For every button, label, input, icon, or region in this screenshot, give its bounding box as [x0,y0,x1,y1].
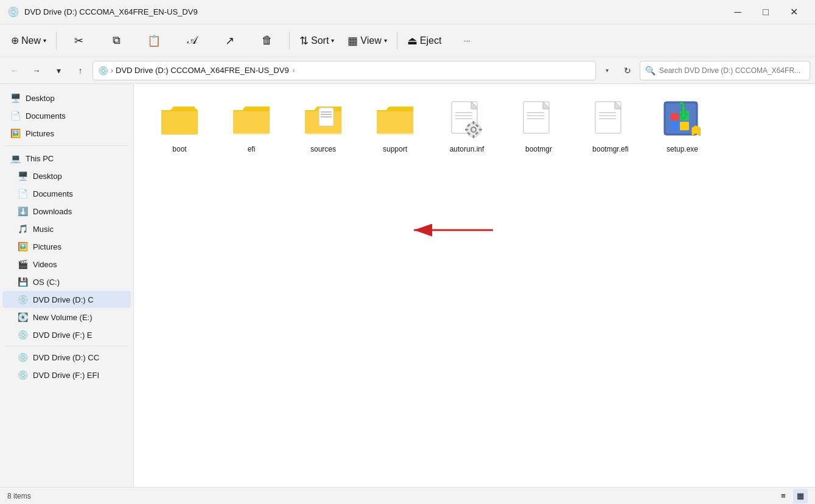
maximize-button[interactable]: □ [752,0,780,24]
sources-label: sources [310,145,336,155]
sidebar-item-this-pc[interactable]: 💻 This PC [2,150,131,167]
file-item-setup[interactable]: setup.exe [649,94,716,159]
search-input[interactable] [659,66,805,75]
eject-icon: ⏏ [407,34,418,47]
file-item-support[interactable]: support [362,94,428,159]
sidebar-item-pictures-pc[interactable]: 🖼️ Pictures [2,238,131,255]
bootmgrefi-icon-wrapper [586,99,635,141]
sidebar-item-videos-pc[interactable]: 🎬 Videos [2,256,131,273]
back-button[interactable]: ← [5,61,24,80]
paste-icon: 📋 [147,34,161,47]
address-bar: ← → ▾ ↑ 💿 › DVD Drive (D:) CCCOMA_X64FRE… [0,57,815,84]
sidebar-item-label: Music [33,225,54,234]
address-dropdown-button[interactable]: ▾ [598,61,615,80]
setup-label: setup.exe [666,145,698,155]
sidebar-item-downloads-pc[interactable]: ⬇️ Downloads [2,203,131,220]
bootmgr-file-icon [522,100,556,140]
support-icon-wrapper [371,99,419,141]
sidebar-item-label: New Volume (E:) [33,313,93,322]
search-box[interactable]: 🔍 [640,61,810,80]
eject-button[interactable]: ⏏ Eject [401,27,448,55]
copy-button[interactable]: ⧉ [98,27,135,55]
sidebar-item-dvddrive-d-bottom[interactable]: 💿 DVD Drive (D:) CC [2,349,131,366]
new-label: New [21,35,41,46]
sidebar-item-newvolume[interactable]: 💽 New Volume (E:) [2,309,131,326]
refresh-button[interactable]: ↻ [618,61,637,80]
dvddrive-f-icon: 💿 [17,330,28,340]
sidebar-item-dvddrive-d[interactable]: 💿 DVD Drive (D:) C [2,291,131,308]
file-item-efi[interactable]: efi [218,94,285,159]
svg-rect-11 [472,121,474,124]
cut-button[interactable]: ✂ [60,27,97,55]
list-view-icon: ≡ [781,491,786,500]
documents-pc-icon: 📄 [17,189,28,198]
videos-pc-icon: 🎬 [17,259,28,269]
grid-view-button[interactable]: ▦ [793,489,808,503]
new-chevron-icon: ▾ [43,37,46,44]
list-view-button[interactable]: ≡ [776,489,791,503]
title-bar-left: 💿 DVD Drive (D:) CCCOMA_X64FRE_EN-US_DV9 [7,6,198,18]
up-button[interactable]: ↑ [71,61,90,80]
bootmgr-label: bootmgr [525,145,552,155]
share-button[interactable]: ↗ [211,27,248,55]
sources-folder-icon [302,102,345,138]
sidebar-item-pictures-quick[interactable]: 🖼️ Pictures [2,125,131,142]
pictures-pc-icon: 🖼️ [17,242,28,251]
file-item-bootmgr[interactable]: bootmgr [505,94,572,159]
window-title: DVD Drive (D:) CCCOMA_X64FRE_EN-US_DV9 [24,7,198,16]
path-icon: 💿 [98,66,108,75]
toolbar: ⊕ New ▾ ✂ ⧉ 📋 𝒜 ↗ 🗑 ⇅ Sort ▾ ▦ View ▾ [0,24,815,57]
delete-button[interactable]: 🗑 [249,27,285,55]
file-grid: boot efi [146,94,803,159]
sidebar-item-dvddrive-f-bottom[interactable]: 💿 DVD Drive (F:) EFI [2,366,131,383]
new-icon: ⊕ [11,35,19,46]
arrow-annotation [396,206,517,254]
copy-icon: ⧉ [113,34,121,47]
sidebar-item-label: DVD Drive (F:) E [33,331,93,340]
minimize-button[interactable]: ─ [724,0,752,24]
view-button[interactable]: ▦ View ▾ [341,27,393,55]
status-bar: 8 items ≡ ▦ [0,487,815,504]
setup-icon-wrapper [658,99,707,141]
desktop-quick-icon: 🖥️ [10,93,21,103]
music-pc-icon: 🎵 [17,224,28,234]
svg-rect-14 [479,128,482,130]
close-button[interactable]: ✕ [780,0,808,24]
sidebar-item-documents-pc[interactable]: 📄 Documents [2,185,131,202]
sort-button[interactable]: ⇅ Sort ▾ [293,27,340,55]
bootmgrefi-label: bootmgr.efi [592,145,628,155]
paste-button[interactable]: 📋 [136,27,172,55]
recent-button[interactable]: ▾ [49,61,68,80]
forward-button[interactable]: → [27,61,46,80]
pictures-quick-icon: 🖼️ [10,128,21,138]
grid-view-icon: ▦ [797,491,804,500]
rename-button[interactable]: 𝒜 [173,27,210,55]
toolbar-separator-2 [289,32,290,50]
sidebar-item-label: Videos [33,260,57,269]
sidebar-item-documents-quick[interactable]: 📄 Documents [2,107,131,124]
autorun-icon-wrapper [442,99,491,141]
address-path[interactable]: 💿 › DVD Drive (D:) CCCOMA_X64FRE_EN-US_D… [93,61,596,80]
thispc-icon: 💻 [10,153,21,163]
file-item-autorun[interactable]: autorun.inf [433,94,500,159]
file-item-boot[interactable]: boot [146,94,213,159]
sources-icon-wrapper [299,99,348,141]
more-icon: ··· [464,37,470,45]
path-segment: DVD Drive (D:) CCCOMA_X64FRE_EN-US_DV9 [116,66,289,75]
sidebar-item-desktop-quick[interactable]: 🖥️ Desktop [2,89,131,107]
dvddrive-d-icon: 💿 [17,295,28,304]
eject-label: Eject [420,35,442,46]
sidebar-item-desktop-pc[interactable]: 🖥️ Desktop [2,167,131,184]
sidebar-item-dvddrive-f[interactable]: 💿 DVD Drive (F:) E [2,326,131,343]
new-button[interactable]: ⊕ New ▾ [5,27,52,55]
file-item-bootmgrefi[interactable]: bootmgr.efi [577,94,644,159]
file-item-sources[interactable]: sources [290,94,357,159]
more-button[interactable]: ··· [449,27,485,55]
svg-rect-13 [465,128,468,130]
sidebar-item-music-pc[interactable]: 🎵 Music [2,220,131,237]
view-label: View [360,35,381,46]
sort-label: Sort [311,35,329,46]
sidebar-item-osdrive[interactable]: 💾 OS (C:) [2,273,131,290]
support-label: support [383,145,407,155]
support-folder-icon [374,102,416,138]
